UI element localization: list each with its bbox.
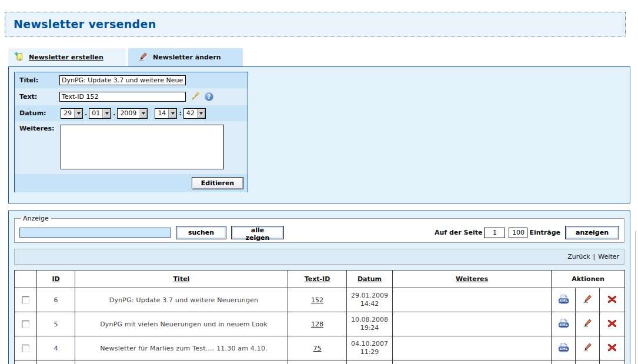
xml-export-icon[interactable]: XML bbox=[559, 343, 569, 354]
chevron-down-icon[interactable] bbox=[139, 109, 147, 118]
row-id-cell: 5 bbox=[37, 312, 75, 336]
new-document-icon bbox=[14, 52, 24, 64]
svg-text:XML: XML bbox=[559, 347, 568, 350]
text-id-link[interactable]: 75 bbox=[313, 345, 322, 352]
hour-select[interactable]: 14 bbox=[155, 108, 177, 119]
row-checkbox[interactable] bbox=[22, 345, 29, 352]
suchen-button[interactable]: suchen bbox=[176, 226, 226, 239]
row-date: 04.10.2007 bbox=[351, 340, 388, 348]
datum-label: Datum: bbox=[15, 109, 59, 117]
row-action-delete-cell bbox=[600, 312, 625, 336]
row-id-cell: 6 bbox=[37, 288, 75, 312]
editieren-button[interactable]: Editieren bbox=[192, 177, 243, 189]
delete-icon[interactable] bbox=[607, 343, 617, 354]
day-select-value: 29 bbox=[61, 109, 74, 117]
titel-input[interactable] bbox=[59, 75, 186, 85]
year-select[interactable]: 2009 bbox=[117, 108, 148, 119]
sort-titel-link[interactable]: Titel bbox=[173, 275, 190, 283]
hour-select-value: 14 bbox=[155, 109, 168, 117]
header-id: ID bbox=[37, 271, 75, 288]
delete-icon[interactable] bbox=[607, 319, 617, 330]
table-row: 6 DynPG: Update 3.7 und weitere Neuerung… bbox=[15, 288, 625, 312]
anzeige-legend: Anzeige bbox=[21, 215, 51, 222]
row-action-edit-cell bbox=[576, 288, 600, 312]
form-row-datum: Datum: 29 . 01 . 2009 14 bbox=[15, 105, 248, 121]
xml-export-icon[interactable]: XML bbox=[559, 319, 569, 330]
minute-select-value: 42 bbox=[184, 109, 197, 117]
edit-pencil-icon[interactable] bbox=[582, 342, 593, 354]
text-id-input[interactable] bbox=[59, 92, 186, 102]
row-titel-cell: Newsletter für Marlies zum Test.... 11.3… bbox=[75, 336, 288, 360]
entries-count-input[interactable] bbox=[509, 228, 527, 238]
form-button-row: Editieren bbox=[15, 174, 248, 192]
row-time: 19:24 bbox=[360, 324, 379, 332]
row-action-delete-cell bbox=[600, 336, 625, 360]
time-separator: : bbox=[179, 109, 181, 117]
tab-create-label[interactable]: Newsletter erstellen bbox=[29, 54, 103, 61]
newsletter-admin-screen: Newsletter versenden Newsletter erstelle… bbox=[0, 0, 638, 364]
minute-select[interactable]: 42 bbox=[183, 108, 206, 119]
row-weiteres-cell bbox=[393, 336, 552, 360]
pagination-separator: | bbox=[593, 253, 596, 261]
chevron-down-icon[interactable] bbox=[168, 109, 176, 118]
page-header: Newsletter versenden bbox=[5, 12, 626, 36]
titel-label: Titel: bbox=[15, 76, 59, 84]
text-id-link[interactable]: 128 bbox=[311, 320, 323, 328]
magic-wand-icon[interactable] bbox=[190, 91, 201, 103]
month-select-value: 01 bbox=[89, 109, 102, 117]
anzeige-fieldset: Anzeige suchen alle zeigen Auf der Seite… bbox=[14, 215, 624, 243]
xml-export-icon[interactable]: XML bbox=[559, 295, 569, 306]
edit-pencil-icon[interactable] bbox=[582, 318, 593, 330]
row-time: 11:29 bbox=[360, 348, 379, 356]
table-row-partial bbox=[15, 360, 625, 364]
svg-text:XML: XML bbox=[559, 299, 568, 302]
year-select-value: 2009 bbox=[118, 109, 139, 117]
row-text-id-cell: 75 bbox=[288, 336, 347, 360]
chevron-down-icon[interactable] bbox=[197, 109, 205, 118]
text-label: Text: bbox=[15, 93, 59, 101]
newsletter-list-panel: Anzeige suchen alle zeigen Auf der Seite… bbox=[8, 211, 630, 364]
sort-weiteres-link[interactable]: Weiteres bbox=[456, 275, 488, 283]
row-weiteres-cell bbox=[393, 288, 552, 312]
sort-id-link[interactable]: ID bbox=[52, 275, 59, 283]
row-checkbox[interactable] bbox=[22, 320, 29, 328]
weiteres-textarea[interactable] bbox=[61, 125, 224, 169]
form-row-titel: Titel: bbox=[15, 72, 248, 88]
row-text-id-cell: 128 bbox=[288, 312, 347, 336]
table-header-row: ID Titel Text-ID Datum Weiteres Aktionen bbox=[15, 271, 625, 288]
scrollbar-edge bbox=[635, 231, 636, 364]
form-row-text: Text: ? bbox=[15, 88, 248, 105]
edit-pencil-icon[interactable] bbox=[582, 294, 593, 306]
delete-icon[interactable] bbox=[607, 295, 617, 306]
row-checkbox-cell bbox=[15, 288, 37, 312]
row-datum-cell: 10.08.200819:24 bbox=[347, 312, 393, 336]
page-number-input[interactable] bbox=[484, 228, 505, 238]
text-id-link[interactable]: 152 bbox=[311, 296, 323, 304]
tab-newsletter-erstellen[interactable]: Newsletter erstellen bbox=[8, 48, 126, 66]
row-checkbox[interactable] bbox=[22, 296, 29, 304]
sort-text-id-link[interactable]: Text-ID bbox=[305, 275, 330, 283]
pagination-next-link[interactable]: Weiter bbox=[598, 253, 619, 261]
row-action-xml-cell: XML bbox=[552, 288, 576, 312]
pagination-back-link[interactable]: Zurück bbox=[567, 253, 590, 261]
month-select[interactable]: 01 bbox=[89, 108, 111, 119]
chevron-down-icon[interactable] bbox=[74, 109, 82, 118]
row-time: 14:42 bbox=[360, 300, 379, 308]
anzeigen-button[interactable]: anzeigen bbox=[565, 226, 619, 239]
row-weiteres-cell bbox=[393, 312, 552, 336]
chevron-down-icon[interactable] bbox=[102, 109, 111, 118]
alle-zeigen-button[interactable]: alle zeigen bbox=[231, 226, 284, 239]
row-action-xml-cell: XML bbox=[552, 336, 576, 360]
table-row: 4 Newsletter für Marlies zum Test.... 11… bbox=[15, 336, 625, 360]
row-id-cell: 4 bbox=[37, 336, 75, 360]
search-input[interactable] bbox=[19, 228, 171, 238]
row-date: 10.08.2008 bbox=[351, 316, 388, 323]
day-select[interactable]: 29 bbox=[61, 108, 83, 119]
tab-edit-label[interactable]: Newsletter ändern bbox=[153, 54, 221, 61]
help-icon[interactable]: ? bbox=[205, 92, 213, 101]
header-weiteres: Weiteres bbox=[393, 271, 552, 288]
tab-newsletter-aendern[interactable]: Newsletter ändern bbox=[128, 48, 243, 66]
header-checkbox-col bbox=[15, 271, 37, 288]
sort-datum-link[interactable]: Datum bbox=[358, 275, 382, 283]
row-action-xml-cell: XML bbox=[552, 312, 576, 336]
